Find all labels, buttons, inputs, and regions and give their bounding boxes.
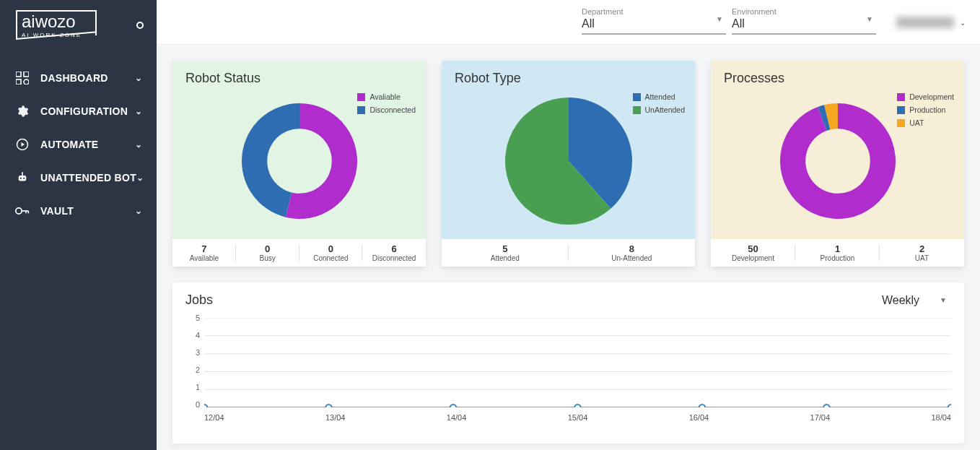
caret-down-icon: ▼	[866, 15, 873, 23]
filter-label: Environment	[732, 7, 876, 16]
sidebar-item-dashboard[interactable]: DASHBOARD ⌄	[7, 61, 149, 95]
svg-point-22	[204, 404, 207, 407]
metric-value: 7	[172, 243, 236, 254]
filter-value: All	[582, 17, 726, 30]
metric-label: Busy	[236, 254, 299, 262]
nav: DASHBOARD ⌄ CONFIGURATION ⌄ AUTOMATE ⌄	[0, 61, 157, 228]
topbar: Department All ▼ Environment All ▼ ⌄	[157, 0, 980, 45]
donut-chart	[724, 89, 951, 233]
gear-icon	[14, 103, 30, 119]
metric-value: 50	[711, 243, 795, 254]
metric-value: 2	[880, 243, 964, 254]
user-name	[896, 17, 954, 28]
svg-point-15	[805, 129, 870, 194]
metric-label: Development	[711, 254, 795, 262]
donut-chart	[185, 89, 413, 233]
svg-point-14	[267, 129, 332, 194]
card-footer: 7Available0Busy0Connected6Disconnected	[172, 239, 426, 267]
svg-point-3	[24, 79, 29, 85]
sidebar-item-automate[interactable]: AUTOMATE ⌄	[7, 128, 149, 161]
metric-value: 0	[299, 243, 363, 254]
jobs-range-value: Weekly	[882, 294, 919, 307]
metric: 8Un-Attended	[569, 242, 696, 264]
metric-value: 1	[795, 243, 880, 254]
metric: 0Busy	[236, 242, 299, 264]
metric-label: Connected	[299, 254, 363, 262]
sidebar-item-label: UNATTENDED BOT	[40, 172, 136, 183]
sidebar-item-unattended-bot[interactable]: UNATTENDED BOT ⌄	[7, 161, 149, 194]
metric-label: Available	[172, 254, 236, 262]
metric-value: 8	[569, 243, 696, 254]
y-axis: 543210	[190, 313, 200, 409]
metric-label: Production	[795, 254, 880, 262]
svg-rect-1	[24, 72, 29, 77]
play-icon	[14, 137, 30, 152]
svg-rect-0	[16, 72, 21, 77]
metric: 7Available	[172, 242, 236, 264]
svg-rect-2	[16, 79, 21, 85]
metric: 50Development	[711, 242, 795, 264]
svg-point-27	[823, 404, 829, 407]
metric-value: 6	[362, 243, 426, 254]
card-footer: 5Attended8Un-Attended	[442, 239, 695, 267]
logo-area: aiwozo AI WORK ZONE	[0, 0, 157, 61]
card-title: Robot Type	[455, 71, 682, 86]
card-title: Processes	[724, 71, 951, 86]
svg-point-23	[325, 404, 331, 407]
filter-department[interactable]: Department All ▼	[582, 4, 726, 35]
metric: 2UAT	[880, 242, 964, 264]
caret-down-icon: ▼	[940, 296, 947, 304]
metric-label: Un-Attended	[569, 254, 696, 262]
brand-tagline: AI WORK ZONE	[22, 32, 91, 38]
card-processes: Processes Development Production UAT 50D…	[711, 61, 964, 267]
metric-value: 5	[442, 243, 569, 254]
filter-value: All	[732, 17, 876, 30]
caret-down-icon: ▼	[716, 15, 723, 23]
sidebar-item-label: VAULT	[40, 205, 135, 217]
bot-icon	[14, 170, 30, 186]
svg-point-9	[22, 172, 23, 173]
logo: aiwozo AI WORK ZONE	[16, 10, 97, 40]
chevron-down-icon: ⌄	[960, 19, 966, 27]
sidebar-item-label: AUTOMATE	[40, 139, 135, 150]
collapse-icon[interactable]	[136, 22, 144, 29]
card-robot-type: Robot Type Attended UnAttended 5Attended…	[442, 61, 695, 267]
svg-point-7	[23, 178, 25, 179]
brand-name: aiwozo	[22, 13, 91, 30]
svg-point-25	[574, 404, 580, 407]
jobs-range-select[interactable]: Weekly ▼	[882, 294, 951, 307]
x-axis: 12/0413/0414/0415/0416/0417/0418/04	[204, 413, 951, 422]
sidebar-item-label: DASHBOARD	[40, 72, 135, 84]
metric: 1Production	[795, 242, 880, 264]
filter-environment[interactable]: Environment All ▼	[732, 4, 876, 35]
dashboard-icon	[14, 70, 30, 86]
user-menu[interactable]: ⌄	[896, 4, 966, 33]
svg-point-6	[20, 178, 22, 179]
metric-label: Disconnected	[362, 254, 426, 262]
svg-point-26	[699, 404, 705, 407]
svg-rect-5	[19, 176, 27, 181]
sidebar-item-configuration[interactable]: CONFIGURATION ⌄	[7, 95, 149, 128]
metric-label: UAT	[880, 254, 964, 262]
sidebar: aiwozo AI WORK ZONE DASHBOARD ⌄ CONFIGUR…	[0, 0, 157, 450]
content: Robot Status Avaliable Disconnected 7Ava…	[157, 45, 980, 450]
metric: 5Attended	[442, 242, 569, 264]
sidebar-item-vault[interactable]: VAULT ⌄	[7, 194, 149, 228]
card-title: Robot Status	[185, 71, 413, 86]
metric-label: Attended	[442, 254, 569, 262]
metric: 6Disconnected	[362, 242, 426, 264]
card-robot-status: Robot Status Avaliable Disconnected 7Ava…	[172, 61, 426, 267]
chevron-down-icon: ⌄	[135, 139, 142, 150]
key-icon	[14, 203, 30, 219]
line-chart: 543210 12/0413/0414/0415/0416/0417/0418/…	[201, 313, 951, 422]
filter-label: Department	[582, 7, 726, 16]
svg-point-10	[16, 208, 22, 214]
chevron-down-icon: ⌄	[136, 173, 144, 183]
card-jobs: Jobs Weekly ▼ 543210 12/0413/0414/0415/0…	[172, 282, 964, 443]
chevron-down-icon: ⌄	[135, 106, 142, 116]
svg-point-24	[450, 404, 456, 407]
metric-value: 0	[236, 243, 299, 254]
chevron-down-icon: ⌄	[135, 206, 142, 216]
sidebar-item-label: CONFIGURATION	[40, 105, 135, 117]
svg-point-28	[948, 404, 951, 407]
